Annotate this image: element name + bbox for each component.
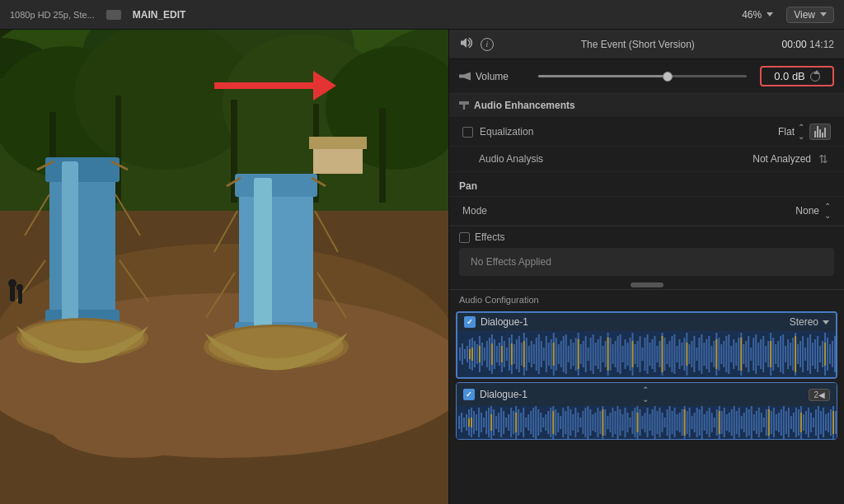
svg-rect-112 (590, 338, 592, 371)
svg-rect-387 (800, 413, 802, 432)
volume-slider[interactable] (538, 75, 747, 77)
svg-rect-301 (641, 416, 643, 429)
slider-thumb[interactable] (663, 72, 673, 82)
svg-rect-180 (757, 343, 759, 366)
zoom-control[interactable]: 46% (742, 9, 773, 21)
svg-rect-218 (715, 339, 717, 369)
speaker-icon[interactable] (459, 36, 472, 52)
slider-fill (538, 75, 668, 77)
svg-rect-159 (706, 339, 707, 369)
waveform-svg-2 (457, 406, 837, 439)
svg-rect-243 (505, 418, 507, 427)
effects-section: Effects No Effects Applied (449, 226, 844, 276)
track2-name: Dialogue-1 (480, 389, 640, 400)
svg-rect-178 (753, 338, 754, 371)
inspector-content[interactable]: Volume 0.0 dB Audio Enhancements (449, 59, 844, 504)
svg-rect-33 (235, 174, 317, 197)
svg-rect-346 (753, 414, 755, 431)
svg-rect-130 (635, 344, 636, 364)
svg-rect-379 (835, 411, 837, 434)
mode-label: Mode (462, 205, 795, 217)
svg-rect-137 (651, 339, 653, 369)
scroll-thumb[interactable] (631, 282, 663, 287)
view-button[interactable]: View (786, 7, 834, 23)
audio-enhancements-title: Audio Enhancements (474, 100, 575, 111)
audio-track-header-1: Dialogue-1 Stereo (457, 313, 836, 331)
svg-rect-198 (802, 336, 804, 372)
analyze-icon[interactable]: ⇅ (816, 152, 831, 166)
svg-rect-169 (730, 346, 732, 362)
eq-button[interactable] (809, 124, 831, 140)
svg-rect-298 (634, 408, 635, 437)
svg-point-50 (16, 284, 23, 291)
svg-rect-219 (740, 338, 742, 371)
track1-mode[interactable]: Stereo (790, 316, 829, 328)
svg-rect-140 (659, 341, 660, 367)
volume-row: Volume 0.0 dB (449, 59, 844, 94)
info-icon[interactable]: i (481, 38, 494, 51)
no-effects-label: No Effects Applied (471, 256, 551, 268)
svg-rect-247 (508, 414, 509, 431)
volume-label: Volume (476, 71, 509, 82)
svg-rect-99 (558, 344, 560, 364)
left-panel (0, 30, 448, 504)
svg-rect-220 (770, 341, 771, 367)
svg-rect-354 (773, 408, 775, 437)
svg-rect-252 (520, 413, 522, 432)
svg-rect-197 (799, 341, 801, 367)
track1-mode-text: Stereo (790, 316, 818, 328)
svg-rect-305 (652, 409, 654, 436)
reset-icon[interactable] (810, 72, 820, 82)
track2-badge-text: 2◀ (814, 390, 825, 399)
top-bar: 1080p HD 25p, Ste... MAIN_EDIT 46% View (0, 0, 844, 30)
svg-rect-234 (483, 418, 485, 427)
svg-rect-320 (689, 408, 691, 437)
svg-rect-153 (691, 341, 692, 367)
svg-rect-59 (476, 344, 478, 364)
svg-rect-152 (688, 344, 690, 364)
svg-rect-266 (555, 409, 556, 436)
svg-rect-258 (535, 406, 537, 439)
svg-rect-251 (518, 409, 519, 436)
svg-rect-232 (478, 408, 480, 437)
svg-rect-114 (595, 343, 597, 366)
audio-analysis-text: Not Analyzed (753, 153, 811, 165)
svg-rect-89 (533, 344, 535, 364)
equalization-value[interactable]: Flat ⌃⌄ (778, 123, 804, 141)
svg-rect-94 (546, 336, 547, 372)
svg-rect-338 (734, 406, 735, 439)
svg-rect-193 (790, 343, 791, 366)
svg-rect-284 (599, 411, 601, 434)
svg-rect-261 (542, 418, 544, 427)
clip-title: The Event (Short Version) (502, 39, 774, 50)
svg-rect-224 (458, 416, 460, 429)
svg-rect-21 (45, 157, 120, 182)
svg-rect-382 (602, 409, 603, 436)
svg-rect-368 (808, 408, 809, 437)
svg-rect-146 (673, 334, 675, 374)
svg-rect-230 (473, 411, 475, 434)
mode-value[interactable]: None ⌃⌄ (795, 202, 831, 220)
audio-track-header-2: Dialogue-1 ⌃⌄ 2◀ (457, 383, 837, 406)
track2-checkbox[interactable] (463, 389, 475, 400)
svg-rect-373 (820, 411, 822, 434)
svg-rect-342 (743, 413, 745, 432)
track1-checkbox[interactable] (464, 316, 476, 328)
svg-rect-239 (495, 416, 497, 429)
equalization-checkbox[interactable] (462, 127, 473, 138)
svg-rect-93 (543, 348, 545, 361)
svg-rect-106 (575, 338, 577, 371)
svg-rect-272 (570, 409, 571, 436)
svg-rect-290 (614, 411, 616, 434)
svg-rect-136 (649, 343, 650, 366)
mode-row: Mode None ⌃⌄ (449, 197, 844, 226)
effects-checkbox[interactable] (459, 232, 470, 243)
svg-rect-211 (834, 336, 836, 372)
svg-rect-70 (504, 341, 505, 367)
svg-rect-343 (746, 408, 748, 437)
svg-rect-171 (735, 343, 737, 366)
svg-rect-205 (819, 346, 821, 362)
svg-rect-269 (562, 408, 564, 437)
svg-rect-68 (499, 343, 500, 366)
svg-rect-213 (578, 339, 579, 369)
